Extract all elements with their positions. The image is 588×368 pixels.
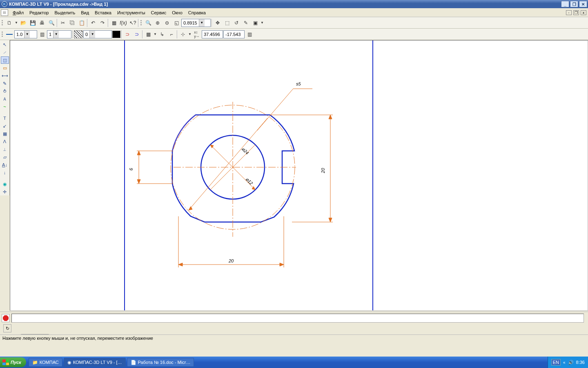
menu-file[interactable]: Файл bbox=[10, 9, 27, 16]
coord-origin[interactable]: ⊹ bbox=[178, 30, 187, 39]
magnet-off[interactable]: ⊃ bbox=[132, 30, 141, 39]
grid-button[interactable]: ▦ bbox=[144, 30, 153, 39]
rough-tool[interactable]: Λ bbox=[1, 138, 9, 145]
color-black[interactable] bbox=[112, 31, 120, 38]
pan-button[interactable]: ✥ bbox=[213, 18, 222, 27]
text-tool[interactable]: T bbox=[1, 114, 9, 122]
help-pointer[interactable]: ↖? bbox=[128, 18, 137, 27]
doc-icon[interactable]: ▤ bbox=[1, 9, 8, 16]
grid-dd[interactable]: ▼ bbox=[153, 30, 157, 39]
ortho-button[interactable]: ⌐ bbox=[167, 30, 176, 39]
svg-line-13 bbox=[257, 89, 293, 130]
titlebar: K КОМПАС-3D LT V9 - [Прокладка.cdw ->Вид… bbox=[0, 0, 588, 8]
props-button[interactable]: ▦ bbox=[109, 18, 118, 27]
cut-button[interactable]: ✂ bbox=[58, 18, 67, 27]
axis-tool[interactable]: ✛ bbox=[1, 188, 9, 195]
offset-combo[interactable]: 0▼ bbox=[83, 30, 112, 38]
line-style[interactable] bbox=[5, 30, 14, 39]
new-button[interactable]: 🗋 bbox=[5, 18, 14, 27]
clock[interactable]: 8:36 bbox=[576, 360, 585, 365]
grip-icon[interactable] bbox=[1, 30, 4, 39]
geometry-tool[interactable]: ◫ bbox=[1, 56, 9, 64]
zoom-fit-button[interactable]: 🔍 bbox=[144, 18, 153, 27]
preview-button[interactable]: 🔍 bbox=[47, 18, 56, 27]
task-kompas[interactable]: ◉ КОМПАС-3D LT V9 - [… bbox=[64, 358, 126, 367]
rect-tool[interactable]: ▭ bbox=[1, 64, 9, 72]
show-all-dd[interactable]: ▼ bbox=[260, 18, 264, 27]
save-button[interactable]: 💾 bbox=[28, 18, 37, 27]
magnet-on[interactable]: ⊃ bbox=[123, 30, 132, 39]
layer-combo[interactable]: 1▼ bbox=[47, 30, 71, 38]
open-button[interactable]: 📂 bbox=[19, 18, 28, 27]
menu-help[interactable]: Справка bbox=[185, 9, 209, 16]
base-tool[interactable]: ⟂ bbox=[1, 146, 9, 153]
print-button[interactable]: 🖶 bbox=[38, 18, 47, 27]
sep bbox=[1, 177, 9, 180]
task-word[interactable]: 📄 Работа № 16.doc - Micr… bbox=[127, 358, 194, 367]
menu-select[interactable]: Выделить bbox=[51, 9, 78, 16]
redo-button[interactable]: ↷ bbox=[98, 18, 107, 27]
redraw-button[interactable]: ✎ bbox=[241, 18, 250, 27]
paste-button[interactable]: 📋 bbox=[77, 18, 86, 27]
zoom-window-button[interactable]: ◱ bbox=[172, 18, 181, 27]
param-tool[interactable]: ⥁ bbox=[1, 88, 9, 95]
task-folder[interactable]: 📁 КОМПАС bbox=[29, 358, 62, 367]
close-button[interactable]: ✕ bbox=[579, 1, 587, 7]
coord-origin-dd[interactable]: ▼ bbox=[188, 30, 192, 39]
tray-icon[interactable]: 🔊 bbox=[568, 360, 574, 365]
3d-tool[interactable]: ◉ bbox=[1, 180, 9, 188]
linetype-button[interactable]: ▥ bbox=[38, 30, 47, 39]
mdi-close[interactable]: x bbox=[581, 10, 586, 15]
minimize-button[interactable]: _ bbox=[561, 1, 569, 7]
prev-view-button[interactable]: ↺ bbox=[232, 18, 241, 27]
mdi-restore[interactable]: ❐ bbox=[573, 10, 579, 15]
zoom-combo[interactable]: 0.8915▼ bbox=[181, 19, 211, 27]
svg-marker-12 bbox=[189, 206, 192, 210]
symbol-tool[interactable]: ~ bbox=[1, 103, 9, 110]
menu-window[interactable]: Окно bbox=[169, 9, 185, 16]
weld-tool[interactable]: ▱ bbox=[1, 153, 9, 161]
zoom-out-button[interactable]: ⊖ bbox=[163, 18, 172, 27]
stop-button[interactable] bbox=[2, 314, 10, 322]
undo-button[interactable]: ↶ bbox=[89, 18, 98, 27]
command-input[interactable] bbox=[11, 314, 584, 323]
fx-button[interactable]: f(x) bbox=[119, 18, 128, 27]
start-button[interactable]: Пуск bbox=[0, 357, 26, 367]
menu-view[interactable]: Вид bbox=[78, 9, 92, 16]
grip-icon[interactable] bbox=[140, 18, 143, 27]
lang-indicator[interactable]: EN bbox=[551, 359, 561, 366]
line-tool[interactable]: ⟋ bbox=[1, 49, 9, 56]
new-dd[interactable]: ▼ bbox=[14, 18, 18, 27]
menu-tools[interactable]: Инструменты bbox=[114, 9, 148, 16]
copy-button[interactable]: ⿻ bbox=[68, 18, 77, 27]
arrow-tool[interactable]: ↓ bbox=[1, 169, 9, 176]
dims-tool[interactable]: ⟷ bbox=[1, 72, 9, 79]
hatch-swatch[interactable] bbox=[74, 30, 83, 38]
grip-icon[interactable] bbox=[1, 18, 4, 27]
mdi-minimize[interactable]: - bbox=[566, 10, 572, 15]
drawing-svg: 6 20 20 s5 ⌀24 ⌀12 bbox=[10, 40, 588, 311]
coord-y[interactable]: -17.543 bbox=[223, 30, 245, 38]
menu-insert[interactable]: Вставка bbox=[92, 9, 114, 16]
table-tool[interactable]: ▦ bbox=[1, 130, 9, 137]
menu-edit[interactable]: Редактор bbox=[27, 9, 51, 16]
measure-tool[interactable]: Ａ bbox=[1, 95, 9, 103]
lineweight-combo[interactable]: 1.0▼ bbox=[14, 30, 37, 38]
coord-btn[interactable]: ▥ bbox=[245, 30, 254, 39]
zoom-sel-button[interactable]: ⬚ bbox=[223, 18, 232, 27]
tray-expand[interactable]: « bbox=[563, 360, 566, 365]
edit-tool[interactable]: ✎ bbox=[1, 80, 9, 87]
restore-button[interactable]: ❐ bbox=[570, 1, 578, 7]
refresh-icon[interactable]: ↻ bbox=[3, 324, 11, 332]
snap-button[interactable]: ↳ bbox=[158, 30, 167, 39]
svg-marker-29 bbox=[280, 263, 284, 266]
leader-tool[interactable]: ↙ bbox=[1, 122, 9, 130]
show-all-button[interactable]: ▣ bbox=[251, 18, 260, 27]
mark-tool[interactable]: A↓ bbox=[1, 161, 9, 168]
zoom-in-button[interactable]: ⊕ bbox=[153, 18, 162, 27]
drawing-canvas[interactable]: 6 20 20 s5 ⌀24 ⌀12 bbox=[10, 40, 588, 311]
coord-label[interactable]: x↕y↔ bbox=[192, 30, 201, 39]
coord-x[interactable]: 37.4596 bbox=[202, 30, 223, 38]
menu-service[interactable]: Сервис bbox=[148, 9, 169, 16]
select-tool[interactable]: ↖ bbox=[1, 41, 9, 48]
